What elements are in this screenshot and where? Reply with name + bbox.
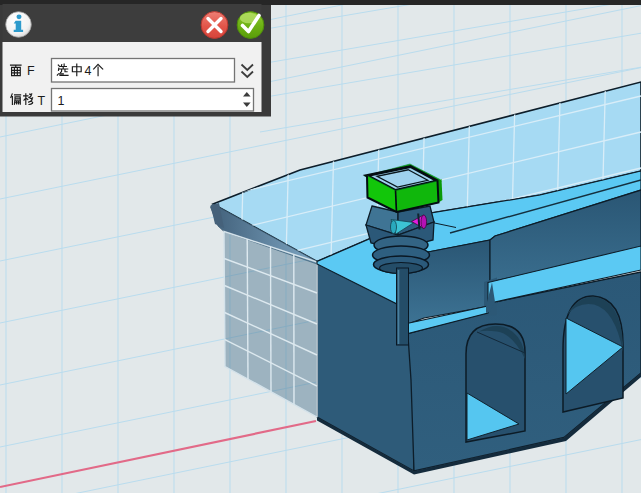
svg-text:4: 4 (85, 64, 92, 78)
svg-text:1: 1 (58, 94, 65, 108)
svg-text:T: T (38, 94, 46, 108)
svg-text:F: F (27, 64, 35, 78)
